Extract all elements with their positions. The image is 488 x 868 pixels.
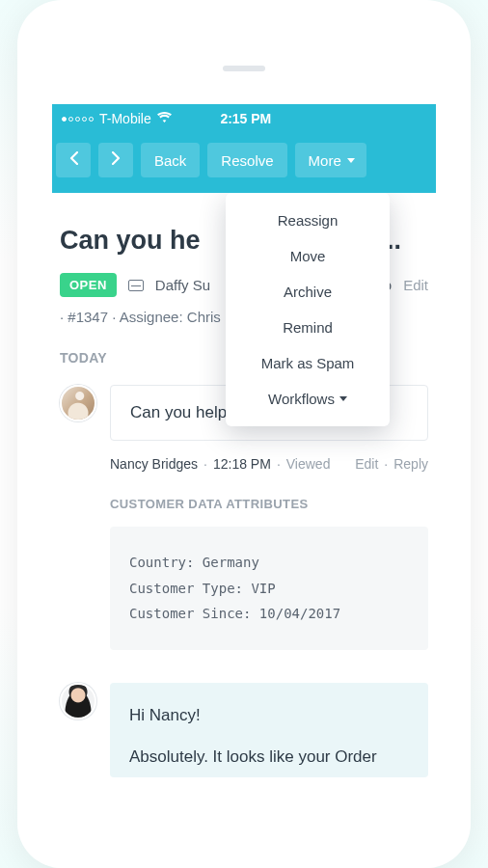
customer-data-row: Customer Type: VIP — [129, 576, 409, 602]
mailbox-name-left: Daffy Su — [155, 277, 210, 293]
separator: · — [203, 456, 207, 472]
content-area: Reassign Move Archive Remind Mark as Spa… — [52, 193, 436, 868]
separator: · — [277, 456, 281, 472]
message-author: Nancy Bridges — [110, 456, 198, 472]
thread-reply: Hi Nancy! Absolutely. It looks like your… — [60, 683, 428, 777]
status-bar: T-Mobile 2:15 PM — [52, 104, 436, 133]
message-body-wrap: Can you help me with my order? Nancy Bri… — [110, 385, 428, 683]
customer-data-card: Country: Germany Customer Type: VIP Cust… — [110, 527, 428, 650]
top-bar: T-Mobile 2:15 PM — [52, 104, 436, 193]
more-button[interactable]: More — [295, 143, 366, 177]
section-customer-data: CUSTOMER DATA ATTRIBUTES — [110, 497, 428, 527]
customer-data-row: Country: Germany — [129, 550, 409, 576]
dropdown-item-move[interactable]: Move — [226, 238, 390, 274]
dropdown-item-reassign[interactable]: Reassign — [226, 203, 390, 238]
separator: · — [384, 456, 388, 472]
edit-ticket-link[interactable]: Edit — [403, 277, 428, 293]
dropdown-item-workflows[interactable]: Workflows — [226, 381, 390, 417]
agent-avatar — [60, 683, 96, 719]
signal-dots-icon — [62, 117, 94, 122]
phone-frame: T-Mobile 2:15 PM — [17, 0, 471, 868]
message-edit-link[interactable]: Edit — [355, 456, 378, 472]
message-meta: Nancy Bridges · 12:18 PM · Viewed Edit ·… — [110, 441, 428, 497]
reply-body-wrap: Hi Nancy! Absolutely. It looks like your… — [110, 683, 428, 777]
app-screen: T-Mobile 2:15 PM — [52, 104, 436, 868]
customer-avatar — [60, 385, 96, 421]
prev-button[interactable] — [56, 143, 91, 177]
next-button[interactable] — [98, 143, 133, 177]
thread-message: Can you help me with my order? Nancy Bri… — [60, 385, 428, 683]
reply-greeting: Hi Nancy! — [129, 702, 409, 730]
chevron-down-icon — [347, 158, 355, 163]
back-button[interactable]: Back — [141, 143, 200, 177]
reply-bubble: Hi Nancy! Absolutely. It looks like your… — [110, 683, 428, 777]
assignee-label: Assignee: — [120, 309, 183, 325]
status-bar-left: T-Mobile — [62, 111, 172, 126]
assignee-name: Chris — [187, 309, 221, 325]
reply-line: Absolutely. It looks like your Order — [129, 744, 409, 772]
status-bar-time: 2:15 PM — [172, 111, 320, 126]
chevron-right-icon — [112, 151, 121, 169]
status-badge: OPEN — [60, 273, 117, 297]
toolbar: Back Resolve More — [52, 133, 436, 193]
chevron-left-icon — [69, 151, 78, 169]
inbox-icon — [128, 280, 144, 291]
home-indicator — [223, 66, 265, 71]
more-button-label: More — [309, 152, 341, 169]
dropdown-item-remind[interactable]: Remind — [226, 310, 390, 345]
dropdown-item-workflows-label: Workflows — [268, 391, 335, 407]
more-dropdown: Reassign Move Archive Remind Mark as Spa… — [226, 193, 390, 426]
message-reply-link[interactable]: Reply — [393, 456, 428, 472]
dropdown-item-archive[interactable]: Archive — [226, 274, 390, 310]
dropdown-item-mark-spam[interactable]: Mark as Spam — [226, 345, 390, 381]
chevron-down-icon — [339, 396, 347, 401]
wifi-icon — [157, 112, 172, 125]
ticket-id: #1347 — [68, 309, 108, 325]
ticket-title-left: Can you he — [60, 226, 201, 255]
customer-data-row: Customer Since: 10/04/2017 — [129, 601, 409, 627]
carrier-label: T-Mobile — [99, 111, 151, 126]
resolve-button[interactable]: Resolve — [207, 143, 286, 177]
message-time: 12:18 PM — [213, 456, 271, 472]
message-status: Viewed — [286, 456, 331, 472]
